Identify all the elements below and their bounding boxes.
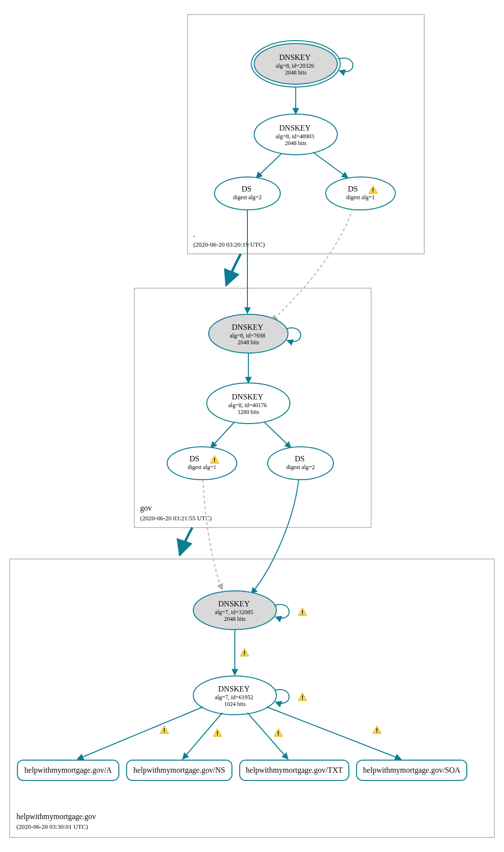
rrset-a-label: helpwithmymortgage.gov/A xyxy=(25,766,112,775)
edge-gov-zsk-to-ds1 xyxy=(211,422,235,448)
zone-label-gov: gov (2020-06-20 03:21:55 UTC) xyxy=(140,504,212,522)
edge-gov-ds1-to-dom-ksk xyxy=(203,480,222,590)
warning-icon xyxy=(213,729,222,737)
edge-gov-zsk-to-ds2 xyxy=(264,422,291,448)
edge-dom-zsk-to-a xyxy=(77,707,203,759)
rrset-ns-label: helpwithmymortgage.gov/NS xyxy=(133,766,225,775)
edge-root-ds1-to-gov-ksk xyxy=(272,209,353,321)
warning-icon xyxy=(373,726,381,734)
edge-gov-ds2-to-dom-ksk xyxy=(251,480,299,594)
zone-label-root: . (2020-06-20 03:20:19 UTC) xyxy=(193,230,265,248)
node-gov-ds-2 xyxy=(268,447,333,480)
edge-zone-root-to-gov xyxy=(226,254,241,285)
warning-icon xyxy=(160,726,169,734)
node-root-ds-2 xyxy=(215,177,280,210)
edge-root-zsk-to-ds2 xyxy=(313,152,348,178)
edge-zone-gov-to-domain xyxy=(180,528,192,555)
dnssec-graph: ! . (2020-06-20 03:20:19 UTC) DNSKEY alg… xyxy=(0,0,504,852)
node-gov-ds-1 xyxy=(167,447,237,480)
warning-icon xyxy=(298,608,307,616)
warning-icon xyxy=(298,693,307,701)
edge-root-zsk-to-ds1 xyxy=(256,153,282,178)
warning-icon xyxy=(274,729,283,737)
zone-label-domain: helpwithmymortgage.gov (2020-06-20 03:30… xyxy=(16,812,98,830)
node-root-ds-1 xyxy=(326,177,395,210)
rrset-soa-label: helpwithmymortgage.gov/SOA xyxy=(363,766,461,775)
rrset-txt-label: helpwithmymortgage.gov/TXT xyxy=(246,766,343,775)
warning-icon xyxy=(240,648,249,657)
